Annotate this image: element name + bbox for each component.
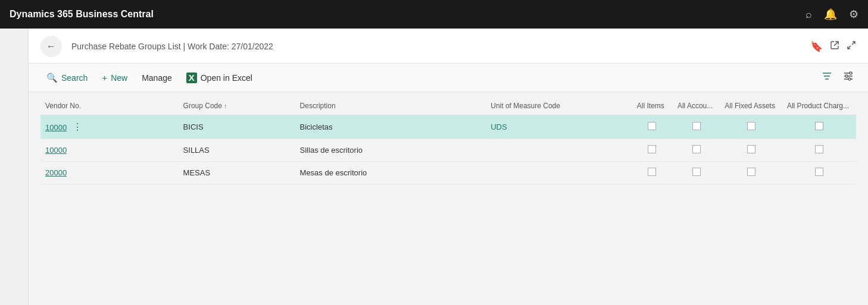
excel-icon: X <box>186 73 197 83</box>
open-excel-button[interactable]: X Open in Excel <box>180 69 258 87</box>
sort-arrow-icon: ↑ <box>224 103 227 109</box>
search-button[interactable]: 🔍 Search <box>40 69 93 87</box>
cell-all-product-charges[interactable] <box>782 162 856 184</box>
new-label: New <box>111 73 127 83</box>
svg-line-2 <box>848 46 851 49</box>
checkbox-all-accounts[interactable] <box>692 168 701 176</box>
cell-all-accounts[interactable] <box>673 139 720 162</box>
checkbox-all-product-charges[interactable] <box>815 122 823 130</box>
filter-button[interactable] <box>819 68 835 87</box>
checkbox-all-accounts[interactable] <box>692 122 701 130</box>
svg-point-7 <box>845 75 848 77</box>
cell-group-code: BICIS <box>179 115 295 139</box>
page-title: Purchase Rebate Groups List | Work Date:… <box>71 42 273 51</box>
toolbar: 🔍 Search + New Manage X Open in Excel <box>29 64 868 92</box>
cell-vendor-no: 10000 <box>40 139 179 162</box>
page-header: ← Purchase Rebate Groups List | Work Dat… <box>29 29 868 64</box>
col-header-all-accounts: All Accou... <box>673 97 720 115</box>
sidebar <box>0 29 29 305</box>
search-label: Search <box>61 73 88 83</box>
cell-description: Bicicletas <box>295 115 486 139</box>
svg-line-0 <box>834 42 838 46</box>
cell-vendor-no: 10000⋮ <box>40 115 179 139</box>
col-header-unit-of-measure: Unit of Measure Code <box>486 97 631 115</box>
topbar: Dynamics 365 Business Central ⌕ 🔔 ⚙ <box>0 0 868 29</box>
table-row[interactable]: 10000⋮BICISBicicletasUDS <box>40 115 856 139</box>
cell-all-fixed-assets[interactable] <box>720 162 782 184</box>
settings-icon[interactable]: ⚙ <box>849 8 858 21</box>
topbar-icon-group: ⌕ 🔔 ⚙ <box>805 8 858 21</box>
app-title: Dynamics 365 Business Central <box>10 9 154 20</box>
back-button[interactable]: ← <box>40 36 62 57</box>
cell-vendor-no: 20000 <box>40 162 179 184</box>
cell-all-fixed-assets[interactable] <box>720 139 782 162</box>
svg-point-8 <box>848 78 851 80</box>
cell-unit-of-measure <box>486 162 631 184</box>
col-header-all-fixed-assets: All Fixed Assets <box>720 97 782 115</box>
checkbox-all-items[interactable] <box>648 122 656 130</box>
checkbox-all-items[interactable] <box>648 145 656 153</box>
cell-all-fixed-assets[interactable] <box>720 115 782 139</box>
data-table: Vendor No. Group Code ↑ Description Unit… <box>40 97 856 184</box>
checkbox-all-items[interactable] <box>648 168 656 176</box>
page-header-right: 🔖 <box>810 40 856 53</box>
col-header-all-product-charges: All Product Charg... <box>782 97 856 115</box>
table-header-row: Vendor No. Group Code ↑ Description Unit… <box>40 97 856 115</box>
col-header-description: Description <box>295 97 486 115</box>
checkbox-all-fixed-assets[interactable] <box>747 122 755 130</box>
col-header-group-code[interactable]: Group Code ↑ <box>179 97 295 115</box>
plus-icon: + <box>102 73 107 83</box>
table-container: Vendor No. Group Code ↑ Description Unit… <box>29 92 868 305</box>
cell-unit-of-measure: UDS <box>486 115 631 139</box>
table-body: 10000⋮BICISBicicletasUDS10000SILLASSilla… <box>40 115 856 184</box>
layout: ← Purchase Rebate Groups List | Work Dat… <box>0 29 868 305</box>
row-context-menu-icon[interactable]: ⋮ <box>73 122 82 132</box>
col-header-all-items: All Items <box>631 97 673 115</box>
svg-point-6 <box>850 72 852 74</box>
svg-line-1 <box>852 42 855 45</box>
new-button[interactable]: + New <box>96 69 133 86</box>
cell-all-items[interactable] <box>631 115 673 139</box>
cell-all-product-charges[interactable] <box>782 139 856 162</box>
open-excel-label: Open in Excel <box>201 73 252 83</box>
cell-group-code: MESAS <box>179 162 295 184</box>
bookmark-button[interactable]: 🔖 <box>810 40 823 53</box>
search-icon[interactable]: ⌕ <box>805 8 812 21</box>
cell-all-items[interactable] <box>631 139 673 162</box>
cell-description: Sillas de escritorio <box>295 139 486 162</box>
checkbox-all-product-charges[interactable] <box>815 168 823 176</box>
cell-group-code: SILLAS <box>179 139 295 162</box>
search-icon: 🔍 <box>46 73 58 83</box>
cell-all-accounts[interactable] <box>673 115 720 139</box>
vendor-link[interactable]: 10000 <box>45 123 67 132</box>
page-header-left: ← Purchase Rebate Groups List | Work Dat… <box>40 36 273 57</box>
list-settings-button[interactable] <box>841 68 856 87</box>
toolbar-right <box>819 68 856 87</box>
main-content: ← Purchase Rebate Groups List | Work Dat… <box>29 29 868 305</box>
vendor-link[interactable]: 10000 <box>45 146 67 155</box>
open-external-button[interactable] <box>830 40 839 53</box>
collapse-button[interactable] <box>847 40 856 53</box>
bell-icon[interactable]: 🔔 <box>824 8 837 21</box>
manage-label: Manage <box>142 73 172 83</box>
cell-unit-of-measure <box>486 139 631 162</box>
checkbox-all-fixed-assets[interactable] <box>747 145 755 153</box>
manage-button[interactable]: Manage <box>136 70 178 86</box>
checkbox-all-product-charges[interactable] <box>815 145 823 153</box>
col-header-vendor-no: Vendor No. <box>40 97 179 115</box>
checkbox-all-fixed-assets[interactable] <box>747 168 755 176</box>
toolbar-left: 🔍 Search + New Manage X Open in Excel <box>40 69 258 87</box>
checkbox-all-accounts[interactable] <box>692 145 701 153</box>
cell-all-items[interactable] <box>631 162 673 184</box>
cell-description: Mesas de escritorio <box>295 162 486 184</box>
table-row[interactable]: 20000MESASMesas de escritorio <box>40 162 856 184</box>
vendor-link[interactable]: 20000 <box>45 168 67 177</box>
cell-all-accounts[interactable] <box>673 162 720 184</box>
table-row[interactable]: 10000SILLASSillas de escritorio <box>40 139 856 162</box>
cell-all-product-charges[interactable] <box>782 115 856 139</box>
